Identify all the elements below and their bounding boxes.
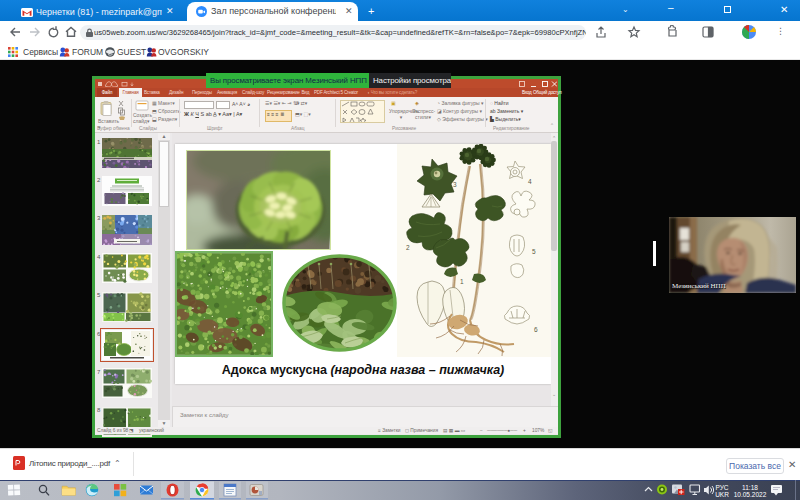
svg-text:1: 1 — [460, 278, 464, 285]
svg-text:3: 3 — [453, 181, 457, 188]
svg-text:2: 2 — [406, 244, 410, 251]
svg-text:6: 6 — [534, 326, 538, 333]
svg-text:5: 5 — [532, 248, 536, 255]
svg-text:4: 4 — [528, 178, 532, 185]
